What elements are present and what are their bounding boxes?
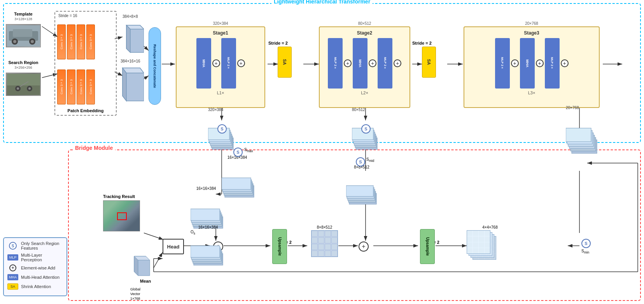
add-circle-s2-2: + xyxy=(369,59,376,67)
conv-block-3: Conv 3×3 xyxy=(77,24,85,59)
top-section-label: Lightweight Hierarchical Transformer xyxy=(271,0,373,5)
legend-symbol-sa: SA xyxy=(7,283,19,290)
bridge-8x8-grid-inner xyxy=(311,230,338,257)
conv-blocks-template: Conv 3×3 Conv 3×3 Conv 3×3 Conv 3×3 xyxy=(55,21,116,63)
smid-section: S Smid 8×8×512 xyxy=(346,163,377,205)
mha-block-s3-1: MHA xyxy=(520,38,535,89)
template-section: Template 3×128×128 xyxy=(6,12,41,47)
legend-item-add: + Element-wise Add xyxy=(7,264,63,271)
bridge-os-size: 16×16×384 xyxy=(191,225,226,229)
upsample-label-1: Upsample xyxy=(278,237,282,256)
matrix-384-16x16: 384×16×16 xyxy=(121,66,142,101)
svg-point-48 xyxy=(17,87,19,90)
legend-sa-block: SA xyxy=(7,283,18,290)
stage3-title: Stage3 xyxy=(467,30,596,36)
stage3-l-label: L3× xyxy=(467,90,596,95)
tracking-result-label: Tracking Result xyxy=(103,194,135,199)
conv-block-7: Conv 3×3 xyxy=(77,69,85,104)
patch-embed-label: Patch Embedding xyxy=(68,108,104,113)
smax-section: S Smax 16×16×384 xyxy=(222,153,253,197)
stage3-box: Stage3 MLP 2× + MHA + MLP 2× + L3× xyxy=(464,26,600,108)
add-circle-s2-3: + xyxy=(394,59,401,67)
conv-blocks-search: Conv 3×3 Conv 3×3 Conv 3×3 Conv 3×3 xyxy=(55,66,116,108)
bridge-4x4-grids: 4×4×768 xyxy=(467,225,513,277)
mlp-block-s2-2: MLP 2× xyxy=(378,38,392,89)
stage2-output-stack: 80×512 S xyxy=(352,115,381,151)
tracking-result-section: Tracking Result xyxy=(103,194,135,200)
legend-symbol-mlp: MLP xyxy=(7,254,19,261)
global-vector-size: 1×768 xyxy=(130,297,140,301)
smax-stack xyxy=(222,160,253,197)
svg-point-42 xyxy=(31,40,34,43)
s-circle-stage1: S xyxy=(217,124,227,134)
legend-item-mlp: MLP Multi-Layer Perceptron xyxy=(7,253,63,262)
s-circle-smin: S xyxy=(581,239,591,248)
legend-text-sa: Shrink Attention xyxy=(21,284,51,289)
smax-label: Smax xyxy=(244,148,253,153)
template-size: 3×128×128 xyxy=(6,17,41,21)
stage1-title: Stage1 xyxy=(180,30,261,36)
stage1-container: 320×384 Stage1 MHA + MLP 2× + L1× xyxy=(176,21,265,111)
os-section: 16×16×384 Os xyxy=(191,186,222,228)
mha-block-s2-1: MHA xyxy=(353,38,368,89)
os-stack: Os xyxy=(191,191,222,228)
template-label: Template xyxy=(6,12,41,16)
reshape-box: Reshape and Concatenate xyxy=(149,27,161,105)
head-box: Head xyxy=(163,239,184,254)
stage2-stack-label: 80×512 xyxy=(352,108,365,112)
legend-text-mlp: Multi-Layer Perceptron xyxy=(21,253,63,262)
search-image xyxy=(6,73,41,96)
stage1-output-stack: 320×384 S xyxy=(208,115,237,151)
head-label: Head xyxy=(167,244,180,250)
4x4-stack xyxy=(467,230,513,277)
smid-stack xyxy=(346,170,377,205)
stage1-stack-label: 320×384 xyxy=(208,108,223,112)
stage1-l-label: L1× xyxy=(180,90,261,95)
conv-block-6: Conv 3×3 xyxy=(67,69,75,104)
svg-rect-82 xyxy=(191,209,220,221)
upsample-box-1: Upsample xyxy=(272,229,287,264)
matrix-384-8x8: 384×8×8 xyxy=(122,21,142,52)
conv-block-2: Conv 3×3 xyxy=(67,24,75,59)
mha-block-s1-1: MHA xyxy=(196,38,211,89)
bridge-os-grids: 16×16×384 xyxy=(191,225,226,267)
legend-s-circle: S xyxy=(9,242,17,250)
bridge-4x4-size: 4×4×768 xyxy=(467,225,513,229)
conv-block-4: Conv 3×3 xyxy=(86,24,95,59)
legend-text-add: Element-wise Add xyxy=(21,266,55,270)
reshape-label: Reshape and Concatenate xyxy=(153,44,157,88)
upsample-label-2: Upsample xyxy=(425,237,430,256)
add-circle-s2-1: + xyxy=(344,59,352,67)
stage2-blocks: MLP 2× + MHA + MLP 2× + xyxy=(323,38,406,89)
smid-label: Smid xyxy=(366,157,374,163)
search-label: Search Region xyxy=(6,60,41,65)
main-container: Lightweight Hierarchical Transformer Bri… xyxy=(0,0,644,304)
stage2-container: 80×512 Stage2 MLP 2× + MHA + MLP 2× + L2… xyxy=(319,21,410,111)
legend-text-mha: Multi-Head Attention xyxy=(21,275,60,280)
add-circle-s3-3: + xyxy=(561,59,569,67)
legend-mlp-block: MLP xyxy=(7,254,18,261)
legend-symbol-mha: MHA xyxy=(7,274,19,281)
svg-marker-53 xyxy=(126,25,130,52)
svg-rect-44 xyxy=(7,85,40,95)
template-image xyxy=(6,24,41,47)
stride2-label-2: Stride = 2 xyxy=(412,41,432,45)
svg-point-50 xyxy=(28,87,31,90)
s-circle-smax: S xyxy=(233,148,243,157)
legend-item-s: S Only Search Region Features xyxy=(7,241,63,250)
conv-block-8: Conv 3×3 xyxy=(86,69,95,104)
svg-marker-56 xyxy=(122,68,126,101)
mlp-block-s2-1: MLP 2× xyxy=(328,38,343,89)
mlp-block-s1-1: MLP 2× xyxy=(221,38,236,89)
sa-block-1: SA xyxy=(278,47,292,78)
stage2-box: Stage2 MLP 2× + MHA + MLP 2× + L2× xyxy=(319,26,410,108)
global-vector-section: Global Vector 1×768 xyxy=(132,252,156,280)
bottom-section-label: Bridge Module xyxy=(73,145,115,151)
add-circle-s1-1: + xyxy=(212,59,220,67)
legend-box: S Only Search Region Features MLP Multi-… xyxy=(3,237,67,296)
add-circle-bridge-2: + xyxy=(359,241,369,252)
svg-rect-92 xyxy=(346,186,373,196)
legend-item-sa: SA Shrink Attention xyxy=(7,283,63,290)
stage2-l-label: L2× xyxy=(323,90,406,95)
search-size: 3×256×256 xyxy=(6,66,41,69)
